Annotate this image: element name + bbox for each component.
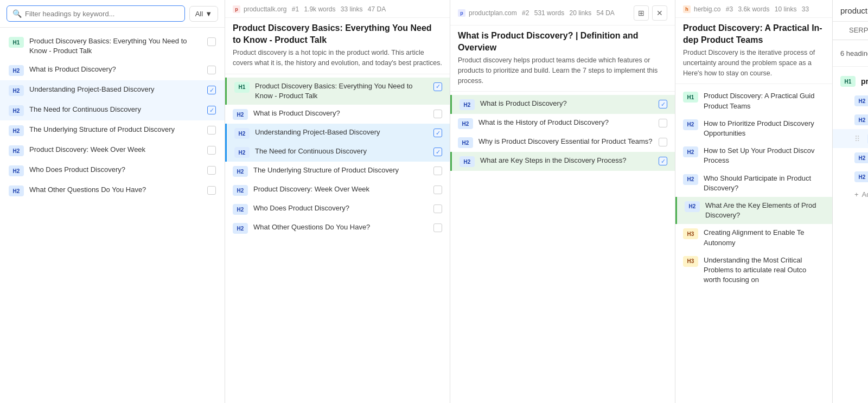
list-item[interactable]: H2 Who Does Product Discovery? xyxy=(0,161,225,181)
filter-button[interactable]: All ▼ xyxy=(189,6,218,22)
heading-badge: H2 xyxy=(233,185,248,196)
outline-h2-badge: H2 xyxy=(854,171,868,182)
outline-h2-badge: H2 xyxy=(854,95,868,106)
heading-badge: H2 xyxy=(9,145,24,156)
heading-checkbox[interactable] xyxy=(207,37,216,46)
heading-checkbox[interactable] xyxy=(433,167,442,175)
outline-h1-item: H1 product discovery xyxy=(833,71,868,91)
tab-serp[interactable]: SERP xyxy=(840,22,868,40)
serp-heading-item[interactable]: H2 Understanding Project-Based Discovery… xyxy=(225,124,450,143)
serp-heading-item[interactable]: H1 Product Discovery: A Practical Guid P… xyxy=(675,87,832,114)
heading-checkbox[interactable] xyxy=(207,186,216,195)
serp-heading-item[interactable]: H3 Creating Alignment to Enable Te Auton… xyxy=(675,224,832,251)
heading-checkbox[interactable] xyxy=(433,185,442,194)
serp-heading-item[interactable]: H2 What is Product Discovery? xyxy=(225,105,450,124)
serp-heading-item[interactable]: H2 What is Product Discovery? ✓ xyxy=(450,95,675,114)
serp-heading-item[interactable]: H2 What is the History of Product Discov… xyxy=(450,114,675,133)
serp-heading-item[interactable]: H2 How to Set Up Your Product Discov Pro… xyxy=(675,142,832,169)
serp-site-3: herbig.co #3 3.6k words 10 links 33 xyxy=(694,5,809,13)
list-item[interactable]: H1 Product Discovery Basics: Everything … xyxy=(0,32,225,60)
serp-heading-item[interactable]: H2 The Underlying Structure of Product D… xyxy=(225,162,450,181)
heading-checkbox[interactable] xyxy=(659,119,667,127)
heading-badge: H2 xyxy=(233,204,248,215)
heading-badge: H2 xyxy=(459,156,475,167)
outline-meta: 6 headings View Headings AI Article 📋 ⋯ xyxy=(833,40,868,67)
site-favicon-2: p xyxy=(458,9,465,17)
outline-h2-item[interactable]: ⠿ H2 The Need for Continuous Discovery 🗑… xyxy=(833,129,868,148)
heading-checkbox[interactable] xyxy=(659,138,667,146)
heading-text: What Other Questions Do You Have? xyxy=(29,185,202,195)
outline-h2-item[interactable]: H2 What is Product Discovery? xyxy=(833,91,868,110)
drag-handle[interactable]: ⠿ xyxy=(854,135,860,143)
heading-checkbox[interactable] xyxy=(433,204,442,213)
panel2-close-icon[interactable]: ✕ xyxy=(652,5,667,21)
list-item[interactable]: H2 Product Discovery: Week Over Week xyxy=(0,140,225,161)
site-favicon-1: p xyxy=(233,5,240,13)
serp-heading-item[interactable]: H2 Who Should Participate in Product Dis… xyxy=(675,170,832,197)
serp-title-2: What is Product Discovery? | Definition … xyxy=(450,25,675,55)
heading-badge: H2 xyxy=(233,166,248,177)
heading-text: Who Should Participate in Product Discov… xyxy=(704,174,825,193)
heading-badge: H2 xyxy=(9,65,24,76)
serp-heading-item[interactable]: H2 Product Discovery: Week Over Week xyxy=(225,181,450,200)
list-item[interactable]: H2 The Need for Continuous Discovery ✓ xyxy=(0,100,225,120)
heading-text: Understanding the Most Critical Problems… xyxy=(704,255,825,285)
heading-badge: H2 xyxy=(685,201,700,212)
heading-checkbox[interactable] xyxy=(207,66,216,74)
heading-checkbox[interactable]: ✓ xyxy=(433,129,442,137)
heading-checkbox[interactable] xyxy=(207,126,216,135)
heading-checkbox[interactable] xyxy=(207,146,216,155)
serp-heading-item[interactable]: H2 Who Does Product Discovery? xyxy=(225,200,450,219)
outline-h2-badge: H2 xyxy=(854,152,868,163)
heading-badge: H3 xyxy=(683,256,698,267)
heading-text: Product Discovery: A Practical Guid Prod… xyxy=(704,91,825,111)
heading-checkbox[interactable]: ✓ xyxy=(659,157,667,165)
outline-h2-item[interactable]: H2 What Are the Key Elements of Product … xyxy=(833,167,868,186)
serp-header-3: h herbig.co #3 3.6k words 10 links 33 xyxy=(675,0,832,18)
serp-heading-item[interactable]: H1 Product Discovery Basics: Everything … xyxy=(225,78,450,105)
outline-panel: product discovery ⚙ SERPOutlineOptimizeL… xyxy=(833,0,868,403)
panel2-grid-icon[interactable]: ⊞ xyxy=(634,5,649,21)
heading-checkbox[interactable]: ✓ xyxy=(659,100,667,108)
outline-h2-item[interactable]: H2 Understanding Project-Based Discovery xyxy=(833,110,868,129)
serp-desc-3: Product Discovery is the iterative proce… xyxy=(675,48,832,84)
serp-heading-item[interactable]: H3 Understanding the Most Critical Probl… xyxy=(675,252,832,289)
favicon-text-1: p xyxy=(235,7,238,12)
heading-badge: H1 xyxy=(9,37,24,48)
heading-badge: H2 xyxy=(9,105,24,116)
serp-heading-item[interactable]: H2 What Other Questions Do You Have? xyxy=(225,219,450,238)
heading-text: Understanding Project-Based Discovery xyxy=(255,127,428,137)
serp-heading-item[interactable]: H2 The Need for Continuous Discovery ✓ xyxy=(225,143,450,162)
heading-badge: H1 xyxy=(234,82,250,93)
outline-h2-item[interactable]: H2 What are Key Steps in the Discovery P… xyxy=(833,148,868,167)
serp-headings-1: H1 Product Discovery Basics: Everything … xyxy=(225,74,450,241)
serp-heading-item[interactable]: H2 How to Prioritize Product Discovery O… xyxy=(675,115,832,142)
serp-heading-item[interactable]: H2 What Are the Key Elements of Prod Dis… xyxy=(675,197,832,224)
list-item[interactable]: H2 What Other Questions Do You Have? xyxy=(0,181,225,201)
serp-heading-item[interactable]: H2 What are Key Steps in the Discovery P… xyxy=(450,152,675,171)
heading-text: The Need for Continuous Discovery xyxy=(29,105,202,114)
heading-checkbox[interactable] xyxy=(207,166,216,175)
heading-text: What is the History of Product Discovery… xyxy=(478,118,653,127)
heading-checkbox[interactable]: ✓ xyxy=(207,106,216,114)
search-input[interactable] xyxy=(25,10,179,18)
add-heading-row[interactable]: +Add heading xyxy=(833,186,868,203)
list-item[interactable]: H2 The Underlying Structure of Product D… xyxy=(0,120,225,140)
outline-search-text: product discovery xyxy=(840,6,868,15)
outline-h2-badge: H2 xyxy=(854,114,868,125)
add-icon: + xyxy=(854,190,859,199)
list-item[interactable]: H2 Understanding Project-Based Discovery… xyxy=(0,80,225,100)
serp-desc-2: Product discovery helps product teams de… xyxy=(450,55,675,92)
serp-heading-item[interactable]: H2 Why is Product Discovery Essential fo… xyxy=(450,133,675,152)
heading-text: Who Does Product Discovery? xyxy=(253,203,428,213)
heading-checkbox[interactable] xyxy=(433,110,442,118)
serp-title-1: Product Discovery Basics: Everything You… xyxy=(225,18,450,48)
heading-badge: H2 xyxy=(458,137,473,148)
list-item[interactable]: H2 What is Product Discovery? xyxy=(0,60,225,80)
heading-checkbox[interactable]: ✓ xyxy=(207,86,216,94)
heading-checkbox[interactable]: ✓ xyxy=(433,82,442,91)
heading-checkbox[interactable] xyxy=(433,223,442,232)
search-input-wrapper[interactable]: 🔍 xyxy=(7,5,185,22)
heading-checkbox[interactable]: ✓ xyxy=(433,148,442,156)
heading-badge: H2 xyxy=(683,119,698,130)
